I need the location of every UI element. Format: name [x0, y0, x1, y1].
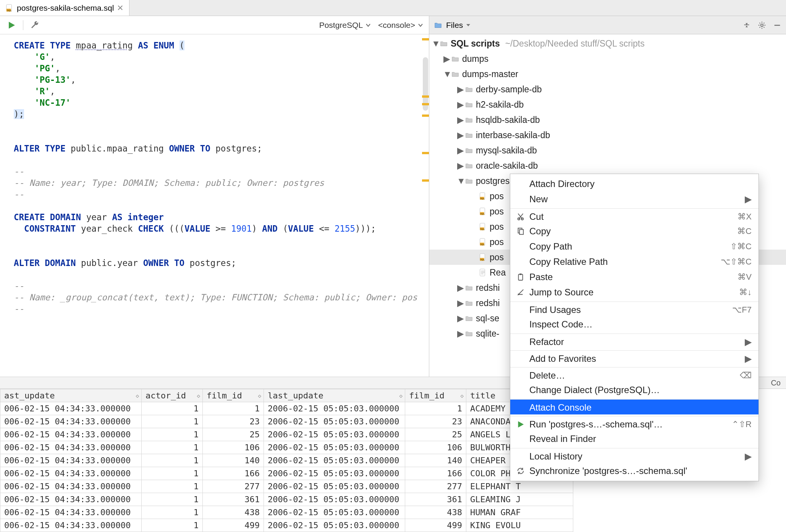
tree-row[interactable]: ▶ oracle-sakila-db — [429, 158, 786, 173]
context-menu-item[interactable]: Find Usages⌥F7 — [510, 301, 759, 317]
context-menu-item[interactable]: New▶ — [510, 192, 759, 207]
context-menu-item[interactable]: Cut⌘X — [510, 208, 759, 224]
grid-cell[interactable]: 1 — [142, 428, 203, 441]
editor-tab[interactable]: SQL postgres-sakila-schema.sql ✕ — [0, 0, 129, 16]
context-menu-item[interactable]: Attach Console — [510, 399, 759, 414]
grid-row[interactable]: 006-02-15 04:34:33.0000001232006-02-15 0… — [0, 415, 573, 428]
grid-cell[interactable]: 2006-02-15 05:05:03.000000 — [264, 493, 405, 506]
grid-cell[interactable]: 438 — [405, 506, 466, 519]
grid-cell[interactable]: 2006-02-15 05:05:03.000000 — [264, 402, 405, 415]
tree-twisty[interactable]: ▶ — [457, 84, 464, 95]
grid-cell[interactable]: 361 — [203, 493, 264, 506]
grid-cell[interactable]: 438 — [203, 506, 264, 519]
context-menu-item[interactable]: Change Dialect (PostgreSQL)… — [510, 382, 759, 398]
grid-cell[interactable]: 166 — [405, 467, 466, 480]
grid-cell[interactable]: 1 — [142, 519, 203, 532]
grid-cell[interactable]: 2006-02-15 05:05:03.000000 — [264, 480, 405, 493]
console-combo[interactable]: <console> — [378, 21, 424, 30]
grid-cell[interactable]: 1 — [142, 441, 203, 454]
grid-cell[interactable]: 006-02-15 04:34:33.000000 — [0, 480, 142, 493]
grid-row[interactable]: 006-02-15 04:34:33.00000014992006-02-15 … — [0, 519, 573, 532]
grid-cell[interactable]: 2006-02-15 05:05:03.000000 — [264, 441, 405, 454]
grid-cell[interactable]: 140 — [405, 454, 466, 467]
context-menu[interactable]: Attach DirectoryNew▶Cut⌘XCopy⌘CCopy Path… — [510, 174, 759, 481]
grid-cell[interactable]: 006-02-15 04:34:33.000000 — [0, 493, 142, 506]
tree-row[interactable]: ▶ hsqldb-sakila-db — [429, 112, 786, 127]
grid-cell[interactable]: 006-02-15 04:34:33.000000 — [0, 467, 142, 480]
grid-cell[interactable]: 277 — [405, 480, 466, 493]
tree-twisty[interactable]: ▶ — [457, 145, 464, 156]
run-icon[interactable] — [7, 21, 16, 30]
grid-cell[interactable]: 006-02-15 04:34:33.000000 — [0, 415, 142, 428]
grid-row[interactable]: 006-02-15 04:34:33.00000012772006-02-15 … — [0, 480, 573, 493]
grid-row[interactable]: 006-02-15 04:34:33.0000001252006-02-15 0… — [0, 428, 573, 441]
tree-twisty[interactable]: ▶ — [457, 283, 464, 293]
grid-cell[interactable]: 006-02-15 04:34:33.000000 — [0, 519, 142, 532]
grid-cell[interactable]: KING EVOLU — [466, 519, 573, 532]
grid-cell[interactable]: 166 — [203, 467, 264, 480]
files-panel-title[interactable]: Files — [446, 21, 471, 30]
grid-cell[interactable]: 1 — [405, 402, 466, 415]
tree-twisty[interactable]: ▶ — [457, 100, 464, 110]
minimize-icon[interactable] — [771, 19, 783, 31]
tree-twisty[interactable]: ▶ — [457, 313, 464, 324]
grid-cell[interactable]: HUMAN GRAF — [466, 506, 573, 519]
tree-row[interactable]: ▶ mysql-sakila-db — [429, 143, 786, 158]
wrench-icon[interactable] — [30, 21, 39, 30]
grid-row[interactable]: 006-02-15 04:34:33.00000011402006-02-15 … — [0, 454, 573, 467]
grid-column-header[interactable]: ast_update◇ — [0, 389, 142, 402]
tree-twisty[interactable]: ▶ — [457, 329, 464, 339]
context-menu-item[interactable]: Delete…⌫ — [510, 367, 759, 382]
grid-cell[interactable]: 23 — [405, 415, 466, 428]
grid-column-header[interactable]: film_id◇ — [405, 389, 466, 402]
code-editor[interactable]: CREATE TYPE mpaa_rating AS ENUM ( 'G', '… — [0, 34, 429, 377]
context-menu-item[interactable]: Copy⌘C — [510, 224, 759, 239]
context-menu-item[interactable]: Copy Relative Path⌥⇧⌘C — [510, 254, 759, 269]
grid-cell[interactable]: 2006-02-15 05:05:03.000000 — [264, 428, 405, 441]
grid-cell[interactable]: 1 — [142, 467, 203, 480]
grid-cell[interactable]: 1 — [203, 402, 264, 415]
grid-cell[interactable]: 2006-02-15 05:05:03.000000 — [264, 506, 405, 519]
grid-cell[interactable]: 1 — [142, 506, 203, 519]
tree-row[interactable]: ▶ interbase-sakila-db — [429, 127, 786, 143]
tree-twisty[interactable]: ▼ — [443, 69, 451, 79]
tree-row[interactable]: ▶ derby-sample-db — [429, 82, 786, 97]
context-menu-item[interactable]: Refactor▶ — [510, 334, 759, 349]
grid-row[interactable]: 006-02-15 04:34:33.00000013612006-02-15 … — [0, 493, 573, 506]
grid-cell[interactable]: 25 — [203, 428, 264, 441]
grid-cell[interactable]: 1 — [142, 415, 203, 428]
tree-row[interactable]: ▼ SQL scripts~/Desktop/Needed stuff/SQL … — [429, 36, 786, 51]
grid-cell[interactable]: 25 — [405, 428, 466, 441]
grid-cell[interactable]: 2006-02-15 05:05:03.000000 — [264, 467, 405, 480]
grid-column-header[interactable]: actor_id◇ — [142, 389, 203, 402]
grid-cell[interactable]: 2006-02-15 05:05:03.000000 — [264, 415, 405, 428]
dialect-combo[interactable]: PostgreSQL — [319, 21, 371, 30]
grid-cell[interactable]: 140 — [203, 454, 264, 467]
grid-row[interactable]: 006-02-15 04:34:33.00000011062006-02-15 … — [0, 441, 573, 454]
grid-cell[interactable]: 106 — [405, 441, 466, 454]
tree-twisty[interactable]: ▶ — [443, 54, 451, 64]
tree-twisty[interactable]: ▶ — [457, 130, 464, 140]
tree-row[interactable]: ▶ dumps — [429, 51, 786, 66]
grid-row[interactable]: 006-02-15 04:34:33.00000014382006-02-15 … — [0, 506, 573, 519]
close-icon[interactable]: ✕ — [117, 3, 124, 13]
grid-cell[interactable]: 006-02-15 04:34:33.000000 — [0, 402, 142, 415]
grid-cell[interactable]: 1 — [142, 480, 203, 493]
context-menu-item[interactable]: Jump to Source⌘↓ — [510, 285, 759, 300]
collapse-icon[interactable] — [741, 19, 752, 31]
grid-cell[interactable]: 277 — [203, 480, 264, 493]
grid-cell[interactable]: ELEPHANT T — [466, 480, 573, 493]
grid-cell[interactable]: 1 — [142, 454, 203, 467]
tree-twisty[interactable]: ▶ — [457, 298, 464, 308]
grid-cell[interactable]: 23 — [203, 415, 264, 428]
grid-cell[interactable]: 2006-02-15 05:05:03.000000 — [264, 454, 405, 467]
grid-cell[interactable]: 006-02-15 04:34:33.000000 — [0, 454, 142, 467]
context-menu-item[interactable]: Add to Favorites▶ — [510, 350, 759, 366]
grid-cell[interactable]: 499 — [203, 519, 264, 532]
tree-twisty[interactable]: ▶ — [457, 161, 464, 171]
grid-row[interactable]: 006-02-15 04:34:33.000000112006-02-15 05… — [0, 402, 573, 415]
tree-twisty[interactable]: ▼ — [457, 176, 464, 186]
tree-twisty[interactable]: ▶ — [457, 115, 464, 125]
grid-cell[interactable]: 499 — [405, 519, 466, 532]
context-menu-item[interactable]: Reveal in Finder — [510, 431, 759, 447]
